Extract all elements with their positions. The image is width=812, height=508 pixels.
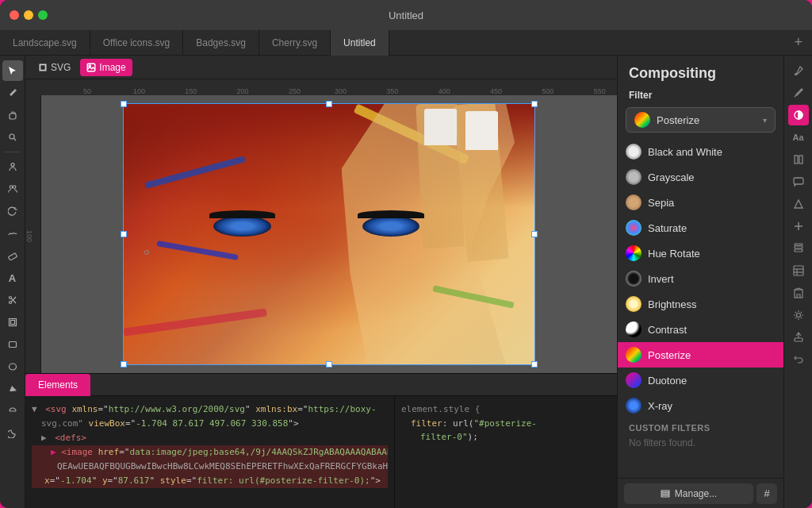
svg-point-7 [10, 186, 13, 189]
tab-office-icons[interactable]: Office icons.svg [90, 30, 183, 56]
canvas-bg [123, 103, 535, 365]
pen-tool-right-button[interactable] [788, 83, 809, 103]
rect-tool-button[interactable] [2, 334, 23, 355]
image-mode-button[interactable]: Image [80, 59, 132, 76]
frame-tool-button[interactable] [2, 312, 23, 333]
left-toolbar: A [0, 56, 25, 508]
titlebar: Untitled [0, 0, 812, 30]
hash-button[interactable]: # [756, 483, 777, 504]
svg-rect-35 [795, 244, 802, 245]
svg-rect-28 [799, 156, 802, 164]
ruler-mark: 500 [542, 87, 553, 95]
svg-rect-24 [661, 495, 669, 497]
filter-item-xray[interactable]: X-ray [618, 393, 783, 418]
code-line-selected[interactable]: QEAwUEBAQFBQUGBwwIBwcHBw8LCwkMEQ8SEhEPER… [32, 460, 388, 474]
moon-tool-button[interactable] [2, 423, 23, 444]
filter-item-contrast[interactable]: Contrast [618, 317, 783, 342]
canvas-viewport[interactable] [41, 95, 617, 373]
app-window: Untitled Landscape.svg Office icons.svg … [0, 0, 812, 508]
filter-icon-invert [626, 271, 642, 287]
hand-tool-button[interactable] [2, 105, 23, 125]
filter-item-posterize[interactable]: Posterize [618, 342, 783, 368]
svg-rect-15 [10, 321, 14, 325]
manage-button[interactable]: Manage... [624, 483, 753, 504]
svg-rect-14 [9, 319, 16, 326]
svg-rect-27 [795, 156, 798, 164]
filter-item-brightness[interactable]: Brightness [618, 291, 783, 317]
halfcircle-tool-button[interactable] [2, 401, 23, 421]
tab-untitled[interactable]: Untitled [331, 30, 389, 56]
table-button[interactable] [788, 260, 809, 281]
ellipse-tool-button[interactable] [2, 356, 23, 377]
svg-rect-16 [9, 342, 16, 348]
export-button[interactable] [788, 327, 809, 348]
canvas-image [123, 103, 535, 365]
filter-item-hue[interactable]: Hue Rotate [618, 241, 783, 266]
fill-tool-button[interactable] [2, 379, 23, 399]
plus-button[interactable] [788, 216, 809, 237]
filter-icon-sepia [626, 194, 642, 210]
manage-icon [661, 489, 670, 498]
code-line: ▶ <defs> [32, 431, 388, 445]
svg-rect-40 [795, 290, 802, 298]
maximize-button[interactable] [38, 10, 48, 20]
undo-button[interactable] [788, 349, 809, 370]
compositing-title: Compositing [618, 56, 783, 85]
new-tab-button[interactable]: + [784, 30, 812, 56]
filter-item-saturate[interactable]: Saturate [618, 215, 783, 241]
svg-rect-0 [10, 114, 16, 119]
filter-label-hue: Hue Rotate [648, 248, 700, 260]
pen-tool-button[interactable] [2, 83, 23, 103]
svg-rect-34 [795, 246, 802, 248]
stack-button[interactable] [788, 238, 809, 259]
filter-item-invert[interactable]: Invert [618, 266, 783, 291]
ruler-mark: 400 [439, 87, 450, 95]
gear-button[interactable] [788, 305, 809, 325]
style-panel: element.style { filter: url("#posterize-… [395, 396, 617, 508]
person-tool-button[interactable] [2, 156, 23, 177]
ruler-mark: 450 [490, 87, 502, 95]
style-code: element.style { filter: url("#posterize-… [401, 402, 611, 444]
ruler-corner [25, 79, 41, 95]
wave-tool-button[interactable] [2, 223, 23, 244]
filter-item-bw[interactable]: Black and White [618, 139, 783, 164]
tab-cherry[interactable]: Cherry.svg [259, 30, 331, 56]
rotate-tool-button[interactable] [2, 201, 23, 221]
filter-item-grayscale[interactable]: Grayscale [618, 164, 783, 190]
brush-tool-button[interactable] [788, 60, 809, 81]
tab-badges[interactable]: Badges.svg [183, 30, 259, 56]
zoom-tool-button[interactable] [2, 127, 23, 148]
text-aa-button[interactable]: Aa [788, 127, 809, 148]
ruler-mark: 300 [335, 87, 347, 95]
minimize-button[interactable] [24, 10, 33, 20]
layers-f-button[interactable] [788, 149, 809, 170]
text-tool-button[interactable]: A [2, 267, 23, 288]
svg-point-8 [13, 186, 16, 189]
contrast-tool-button[interactable] [788, 105, 809, 125]
canvas-area: SVG Image 50 100 150 200 250 [25, 56, 617, 508]
filter-item-duotone[interactable]: Duotone [618, 368, 783, 393]
elements-tab[interactable]: Elements [25, 374, 90, 396]
code-line-selected[interactable]: ▶ <image href="data:image/jpeg;base64,/9… [32, 445, 388, 460]
filter-dropdown[interactable]: Posterize ▾ [626, 107, 776, 133]
ruler-vertical: 100 150 200 250 300 350 400 [25, 95, 41, 373]
scissors-tool-button[interactable] [2, 290, 23, 310]
svg-mode-button[interactable]: SVG [32, 59, 77, 76]
chat-button[interactable] [788, 171, 809, 192]
close-button[interactable] [10, 10, 19, 20]
triangle-button[interactable] [788, 194, 809, 214]
people-tool-button[interactable] [2, 179, 23, 199]
code-line-selected[interactable]: x="-1.704" y="87.617" style="filter: url… [32, 474, 388, 488]
select-tool-button[interactable] [2, 60, 23, 81]
filter-item-sepia[interactable]: Sepia [618, 190, 783, 215]
ruler-mark: 50 [83, 87, 91, 95]
svg-marker-19 [40, 64, 45, 70]
filter-dropdown-icon [634, 112, 650, 128]
no-custom-filters-text: No filters found. [618, 434, 783, 452]
code-panel: ▼ <svg xmlns="http://www.w3.org/2000/svg… [25, 396, 395, 508]
tab-landscape[interactable]: Landscape.svg [0, 30, 90, 56]
svg-line-5 [13, 139, 16, 141]
building-button[interactable] [788, 283, 809, 303]
ruler-mark: 350 [386, 87, 398, 95]
eraser-tool-button[interactable] [2, 245, 23, 266]
